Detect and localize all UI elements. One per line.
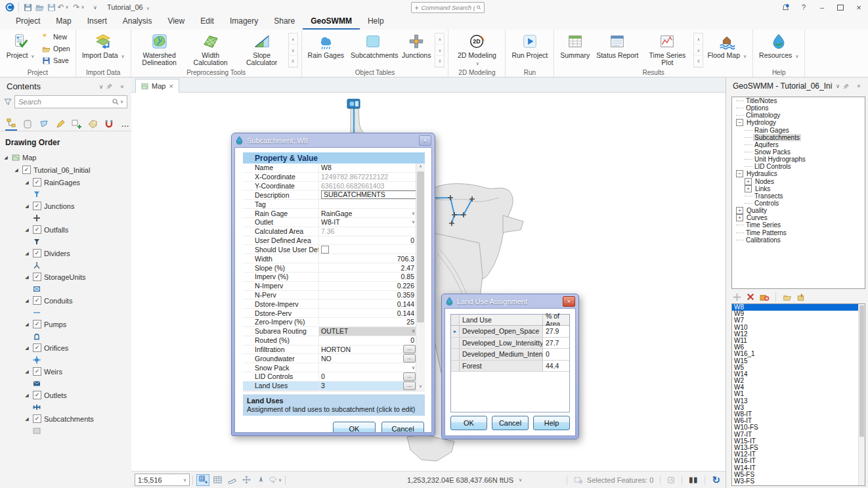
layer-checkbox[interactable]: ✓: [33, 391, 41, 399]
open-icon[interactable]: [33, 2, 45, 12]
tree-node-subcatchments[interactable]: Subcatchments: [732, 134, 865, 141]
command-search-input[interactable]: Command Search (Alt+Q): [411, 2, 485, 13]
ribbon-button-resources[interactable]: Resources ∨: [756, 31, 802, 61]
property-value[interactable]: 0.85: [319, 273, 425, 281]
ellipsis-button[interactable]: ...: [403, 382, 416, 390]
row-selector[interactable]: [451, 361, 460, 372]
expand-arrow-icon[interactable]: ◢: [24, 322, 30, 327]
property-value[interactable]: HORTON...: [319, 345, 425, 354]
layer-symbol-outlets[interactable]: [0, 401, 131, 412]
scroll-thumb[interactable]: [417, 171, 424, 322]
chevron-down-icon[interactable]: ∨: [96, 83, 106, 90]
ribbon-button-summary[interactable]: Summary: [557, 31, 593, 60]
pct-area-cell[interactable]: 0: [543, 349, 569, 360]
object-list-item-w3[interactable]: W3: [732, 405, 865, 411]
property-value[interactable]: W8: [319, 164, 425, 172]
object-list-item-w2[interactable]: W2: [732, 378, 865, 384]
ellipsis-button[interactable]: ...: [403, 372, 416, 381]
tree-node-title-notes[interactable]: Title/Notes: [732, 97, 865, 104]
tree-node-unit-hydrographs[interactable]: Unit Hydrographs: [732, 156, 865, 163]
gallery-expand-icon[interactable]: ≡: [435, 56, 444, 67]
row-selector[interactable]: [451, 338, 460, 349]
layer-item-storageunits[interactable]: ◢✓StorageUnits: [0, 271, 131, 283]
layer-checkbox[interactable]: ✓: [22, 166, 31, 174]
property-value[interactable]: 0.144: [319, 309, 425, 317]
close-icon[interactable]: ×: [117, 83, 127, 90]
object-list-item-w1[interactable]: W1: [732, 391, 865, 397]
property-value[interactable]: 0...: [319, 372, 425, 381]
layer-symbol-subcatchments[interactable]: [0, 425, 131, 436]
more-icon[interactable]: ...: [119, 118, 131, 131]
property-value[interactable]: 2.47: [319, 263, 425, 272]
ribbon-tab-insert[interactable]: Insert: [79, 14, 115, 30]
pct-area-cell[interactable]: 44.4: [543, 361, 569, 372]
save-as-icon[interactable]: [45, 2, 57, 12]
cancel-button[interactable]: Cancel: [492, 416, 529, 430]
ellipsis-button[interactable]: ...: [403, 345, 416, 353]
ribbon-button-rain-gages[interactable]: Rain Gages: [305, 31, 347, 60]
tree-node-snow-packs[interactable]: Snow Packs: [732, 148, 865, 156]
ribbon-tab-project[interactable]: Project: [8, 14, 48, 30]
object-list-item-w13[interactable]: W13: [732, 398, 865, 405]
open-folder-icon[interactable]: [782, 292, 792, 302]
property-value[interactable]: 0.144: [319, 299, 425, 308]
layer-item-outfalls[interactable]: ◢✓Outfalls: [0, 223, 131, 236]
layer-checkbox[interactable]: ✓: [33, 414, 41, 423]
ribbon-button-width-calculation[interactable]: Width Calculation: [185, 31, 236, 68]
expand-arrow-icon[interactable]: ◢: [24, 275, 30, 280]
gallery-scroll[interactable]: ∧∨≡: [288, 33, 298, 68]
ribbon-tab-imagery[interactable]: Imagery: [222, 14, 266, 30]
table-icon[interactable]: [211, 474, 224, 486]
refresh-icon[interactable]: ↻: [712, 474, 720, 486]
scroll-up-icon[interactable]: ∧: [435, 33, 444, 45]
layer-item-outlets[interactable]: ◢✓Outlets: [0, 389, 131, 401]
expand-arrow-icon[interactable]: ◢: [24, 180, 30, 185]
ok-button[interactable]: OK: [450, 416, 487, 430]
scroll-down-icon[interactable]: ∨: [435, 45, 444, 56]
property-value-dropdown[interactable]: OUTLET∨: [319, 327, 425, 336]
delete-all-icon[interactable]: [759, 292, 770, 302]
layer-checkbox[interactable]: ✓: [33, 296, 41, 305]
property-value[interactable]: 706.3: [319, 254, 425, 263]
close-icon[interactable]: ×: [850, 0, 868, 14]
object-list-item-w15[interactable]: W15: [732, 358, 865, 365]
export-icon[interactable]: [796, 292, 806, 302]
tree-node-controls[interactable]: Controls: [732, 200, 865, 207]
tree-node-nodes[interactable]: +Nodes: [732, 178, 865, 185]
layer-symbol-junctions[interactable]: [0, 212, 131, 223]
object-list-item-w3-fs[interactable]: W3-FS: [732, 478, 865, 485]
close-icon[interactable]: ×: [419, 135, 431, 146]
ribbon-button-new[interactable]: New: [39, 31, 73, 43]
scroll-thumb[interactable]: [859, 305, 864, 437]
layer-item-raingages[interactable]: ◢✓RainGages: [0, 176, 131, 189]
search-input[interactable]: Search ∨: [14, 95, 127, 108]
property-value[interactable]: [319, 200, 425, 208]
gallery-scroll[interactable]: ∧∨≡: [693, 33, 703, 68]
land-use-row-developed-low-intensitty[interactable]: Developed_Low_Intensitty27.7: [451, 338, 569, 349]
expand-icon[interactable]: +: [736, 214, 743, 221]
property-value[interactable]: 0: [319, 336, 425, 345]
property-table-scrollbar[interactable]: ∧∨: [416, 164, 425, 391]
select-box-icon[interactable]: [667, 476, 675, 484]
scroll-down-icon[interactable]: ∨: [289, 45, 297, 56]
object-list-item-w8-it[interactable]: W8-IT: [732, 411, 865, 418]
chevron-down-icon[interactable]: ∨: [412, 365, 415, 370]
close-icon[interactable]: ×: [854, 83, 864, 89]
ellipsis-button[interactable]: ...: [403, 354, 416, 363]
customize-icon[interactable]: ∨: [89, 2, 100, 12]
redo-icon[interactable]: ↷∨: [73, 2, 85, 12]
scroll-down-icon[interactable]: ∨: [416, 384, 425, 391]
object-list-item-w9[interactable]: W9: [732, 311, 865, 317]
gallery-scroll[interactable]: ∧∨≡: [435, 33, 445, 68]
layer-symbol-orifices[interactable]: [0, 354, 131, 365]
explore-icon[interactable]: [254, 474, 267, 486]
expand-icon[interactable]: +: [736, 207, 743, 214]
ribbon-button-flood-map[interactable]: Flood Map ∨: [704, 31, 750, 61]
pct-area-cell[interactable]: 27.9: [543, 326, 569, 337]
property-value[interactable]: 0: [319, 236, 425, 245]
labeling-icon[interactable]: [87, 118, 98, 131]
checkbox[interactable]: [321, 246, 329, 254]
selection-icon[interactable]: [38, 118, 50, 131]
chevron-down-icon[interactable]: ∨: [412, 219, 415, 225]
collapse-icon[interactable]: −: [736, 119, 743, 126]
